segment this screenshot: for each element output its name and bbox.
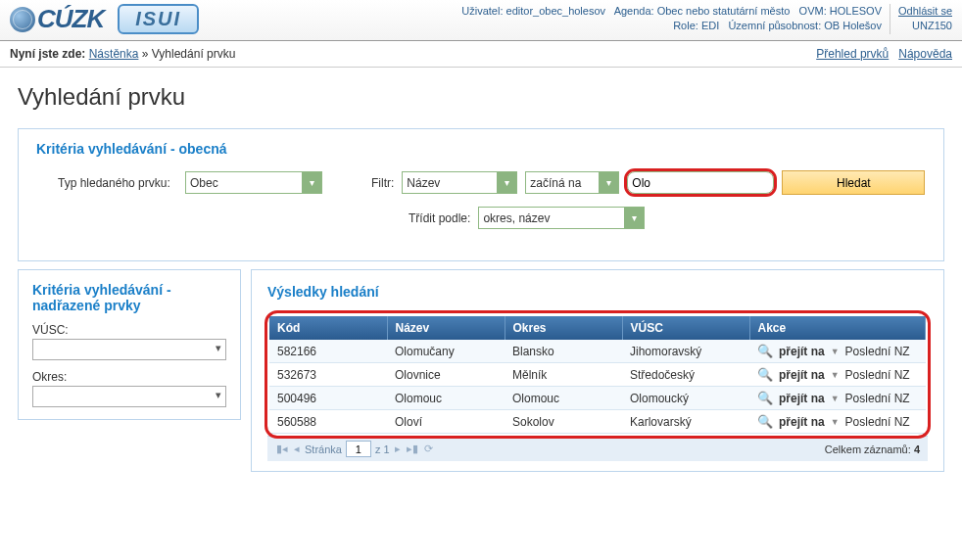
cell-nazev: Olovnice [387,363,505,387]
filtr-label: Filtr: [371,176,394,190]
search-icon[interactable]: 🔍 [757,367,773,382]
pager-last-icon[interactable]: ▸▮ [406,443,419,455]
search-icon[interactable]: 🔍 [757,344,773,358]
logo-area: CÚZK ISUI [10,4,199,34]
pager-total-label: Celkem záznamů: [825,443,911,455]
link-napoveda[interactable]: Nápověda [898,47,952,61]
cell-kod: 500496 [269,387,387,410]
pager-page-input[interactable] [346,441,371,457]
action-lastnz[interactable]: Poslední NZ [845,415,910,429]
results-panel: Výsledky hledání Kód Název Okres VÚSC Ak… [251,269,944,472]
action-lastnz[interactable]: Poslední NZ [845,345,910,358]
search-button[interactable]: Hledat [782,170,925,195]
filtr-op-select[interactable]: začíná na ▾ [525,171,619,194]
search-icon[interactable]: 🔍 [757,414,773,429]
page-title: Vyhledání prvku [18,83,944,111]
cell-nazev: Oloví [387,410,505,434]
chevron-down-icon: ▾ [302,172,321,193]
cell-vusc: Olomoucký [622,387,749,410]
breadcrumb-label: Nyní jste zde: [10,47,85,61]
col-okres[interactable]: Okres [505,316,622,340]
filtr-value-input[interactable] [627,171,774,194]
cell-nazev: Olomouc [387,387,505,410]
table-row: 500496OlomoucOlomoucOlomoucký🔍přejít na▼… [269,387,926,410]
pager-next-icon[interactable]: ▸ [394,443,402,455]
action-goto[interactable]: přejít na [779,415,825,429]
cell-kod: 532673 [269,363,387,387]
breadcrumb-bar: Nyní jste zde: Nástěnka » Vyhledání prvk… [0,41,962,68]
breadcrumb-current: Vyhledání prvku [152,47,236,61]
action-lastnz[interactable]: Poslední NZ [845,392,910,405]
logo-cuzk: CÚZK [10,4,104,34]
results-title: Výsledky hledání [267,284,928,300]
vusc-label: VÚSC: [32,323,226,337]
cell-vusc: Jihomoravský [622,340,749,363]
table-row: 582166OlomučanyBlanskoJihomoravský🔍přejí… [269,340,926,363]
col-akce: Akce [749,316,926,340]
pager-of: z 1 [375,443,390,455]
cell-vusc: Karlovarský [622,410,749,434]
breadcrumb-nastenka[interactable]: Nástěnka [89,47,139,61]
chevron-down-icon[interactable]: ▼ [831,394,840,403]
chevron-down-icon: ▾ [624,208,644,228]
typ-label: Typ hledaného prvku: [58,176,177,190]
criteria-parent-panel: Kritéria vyhledávání - nadřazené prvky V… [18,269,241,420]
cell-okres: Blansko [505,340,622,363]
action-goto[interactable]: přejít na [779,368,825,382]
logout-link[interactable]: Odhlásit se [898,5,952,17]
chevron-down-icon: ▾ [599,172,618,193]
cell-kod: 582166 [269,340,387,363]
table-row: 532673OlovniceMělníkStředočeský🔍přejít n… [269,363,926,387]
pager-refresh-icon[interactable]: ⟳ [423,443,434,455]
cell-kod: 560588 [269,410,387,434]
action-lastnz[interactable]: Poslední NZ [845,368,910,382]
col-kod[interactable]: Kód [269,316,387,340]
typ-select[interactable]: Obec ▾ [185,171,322,194]
cell-okres: Olomouc [505,387,622,410]
chevron-down-icon[interactable]: ▼ [831,347,840,356]
vusc-select[interactable] [32,339,226,360]
criteria-general-title: Kritéria vyhledávání - obecná [36,141,926,157]
chevron-down-icon[interactable]: ▼ [831,417,840,427]
link-prehled-prvku[interactable]: Přehled prvků [816,47,889,61]
table-row: 560588OlovíSokolovKarlovarský🔍přejít na▼… [269,410,926,434]
pager-label: Stránka [305,443,342,455]
pager: ▮◂ ◂ Stránka z 1 ▸ ▸▮ ⟳ Celkem záznamů: … [267,436,928,461]
logo-isui[interactable]: ISUI [118,4,199,34]
okres-select[interactable] [32,386,226,407]
pager-total: 4 [914,443,920,455]
results-table: Kód Název Okres VÚSC Akce 582166Olomučan… [269,316,926,434]
pager-first-icon[interactable]: ▮◂ [275,443,289,455]
chevron-down-icon[interactable]: ▼ [831,370,840,380]
pager-prev-icon[interactable]: ◂ [293,443,301,455]
globe-icon [10,7,35,32]
col-vusc[interactable]: VÚSC [622,316,749,340]
sort-select[interactable]: okres, název ▾ [478,207,645,229]
okres-label: Okres: [32,370,226,384]
sort-label: Třídit podle: [409,211,470,225]
cell-vusc: Středočeský [622,363,749,387]
filtr-field-select[interactable]: Název ▾ [402,171,517,194]
criteria-parent-title: Kritéria vyhledávání - nadřazené prvky [32,282,226,313]
search-icon[interactable]: 🔍 [757,391,773,405]
action-goto[interactable]: přejít na [779,392,825,405]
unz-code: UNZ150 [898,19,952,33]
cell-nazev: Olomučany [387,340,505,363]
action-goto[interactable]: přejít na [779,345,825,358]
cell-okres: Mělník [505,363,622,387]
user-info: Uživatel: editor_obec_holesov Agenda: Ob… [461,4,952,34]
criteria-general-panel: Kritéria vyhledávání - obecná Typ hledan… [18,128,944,261]
chevron-down-icon: ▾ [497,172,516,193]
top-bar: CÚZK ISUI Uživatel: editor_obec_holesov … [0,0,962,41]
cell-okres: Sokolov [505,410,622,434]
col-nazev[interactable]: Název [387,316,505,340]
